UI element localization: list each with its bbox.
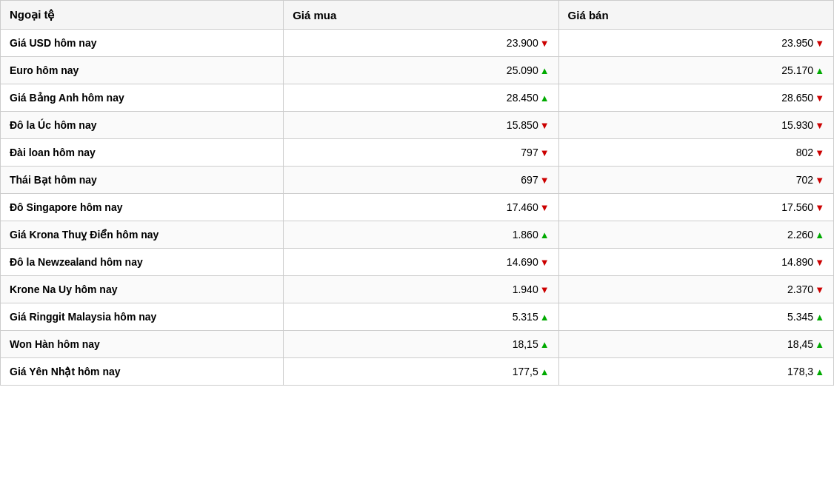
buy-price: 1.860▲	[284, 221, 558, 249]
currency-name: Euro hôm nay	[1, 57, 284, 84]
up-arrow-icon: ▲	[815, 339, 824, 350]
buy-price: 28.450▲	[284, 84, 558, 112]
sell-price: 802▼	[558, 139, 833, 167]
buy-price: 14.690▼	[284, 249, 558, 276]
sell-price: 25.170▲	[558, 57, 833, 84]
down-arrow-icon: ▼	[815, 93, 824, 104]
buy-price: 177,5▲	[284, 358, 558, 386]
currency-name: Giá USD hôm nay	[1, 30, 284, 57]
down-arrow-icon: ▼	[815, 202, 824, 213]
down-arrow-icon: ▼	[540, 38, 550, 49]
currency-name: Đài loan hôm nay	[1, 139, 284, 167]
down-arrow-icon: ▼	[815, 257, 824, 268]
up-arrow-icon: ▲	[815, 312, 824, 323]
sell-price: 702▼	[558, 167, 833, 194]
down-arrow-icon: ▼	[540, 147, 550, 158]
down-arrow-icon: ▼	[540, 257, 550, 268]
sell-price: 15.930▼	[558, 112, 833, 139]
up-arrow-icon: ▲	[540, 366, 550, 377]
up-arrow-icon: ▲	[815, 65, 824, 76]
currency-table: Ngoại tệ Giá mua Giá bán Giá USD hôm nay…	[0, 0, 834, 386]
currency-name: Đô Singapore hôm nay	[1, 194, 284, 221]
down-arrow-icon: ▼	[815, 38, 824, 49]
currency-name: Giá Yên Nhật hôm nay	[1, 358, 284, 386]
up-arrow-icon: ▲	[815, 229, 824, 241]
header-currency: Ngoại tệ	[1, 1, 284, 30]
buy-price: 23.900▼	[284, 30, 558, 57]
buy-price: 17.460▼	[284, 194, 558, 221]
sell-price: 17.560▼	[558, 194, 833, 221]
down-arrow-icon: ▼	[815, 147, 824, 158]
buy-price: 25.090▲	[284, 57, 558, 84]
sell-price: 28.650▼	[558, 84, 833, 112]
currency-name: Đô la Úc hôm nay	[1, 112, 284, 139]
buy-price: 1.940▼	[284, 276, 558, 303]
up-arrow-icon: ▲	[540, 339, 550, 350]
buy-price: 697▼	[284, 167, 558, 194]
currency-name: Giá Bảng Anh hôm nay	[1, 84, 284, 112]
buy-price: 5.315▲	[284, 303, 558, 331]
currency-name: Thái Bạt hôm nay	[1, 167, 284, 194]
up-arrow-icon: ▲	[540, 65, 550, 76]
sell-price: 5.345▲	[558, 303, 833, 331]
down-arrow-icon: ▼	[815, 175, 824, 186]
currency-name: Krone Na Uy hôm nay	[1, 276, 284, 303]
buy-price: 15.850▼	[284, 112, 558, 139]
header-sell: Giá bán	[558, 1, 833, 30]
buy-price: 797▼	[284, 139, 558, 167]
currency-name: Đô la Newzealand hôm nay	[1, 249, 284, 276]
header-buy: Giá mua	[284, 1, 558, 30]
down-arrow-icon: ▼	[540, 175, 550, 186]
currency-name: Giá Krona Thuỵ Điển hôm nay	[1, 221, 284, 249]
up-arrow-icon: ▲	[540, 229, 550, 241]
sell-price: 178,3▲	[558, 358, 833, 386]
sell-price: 2.370▼	[558, 276, 833, 303]
up-arrow-icon: ▲	[540, 312, 550, 323]
sell-price: 14.890▼	[558, 249, 833, 276]
down-arrow-icon: ▼	[815, 284, 824, 295]
up-arrow-icon: ▲	[540, 93, 550, 104]
up-arrow-icon: ▲	[815, 366, 824, 377]
sell-price: 18,45▲	[558, 331, 833, 358]
currency-name: Won Hàn hôm nay	[1, 331, 284, 358]
sell-price: 23.950▼	[558, 30, 833, 57]
sell-price: 2.260▲	[558, 221, 833, 249]
down-arrow-icon: ▼	[540, 202, 550, 213]
down-arrow-icon: ▼	[540, 284, 550, 295]
buy-price: 18,15▲	[284, 331, 558, 358]
down-arrow-icon: ▼	[815, 120, 824, 131]
down-arrow-icon: ▼	[540, 120, 550, 131]
currency-name: Giá Ringgit Malaysia hôm nay	[1, 303, 284, 331]
